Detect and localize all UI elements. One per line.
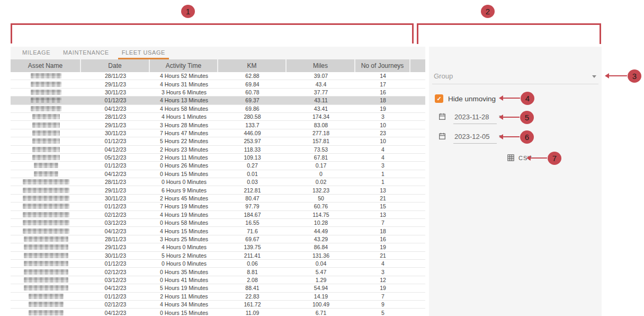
cell-date: 03/12/23: [81, 276, 150, 284]
cell-journeys: 4: [355, 154, 410, 161]
annotation-arrow-6: [503, 136, 520, 137]
redacted-asset-name: [23, 212, 69, 217]
cell-date: 01/12/23: [81, 293, 150, 300]
annotation-marker-3: 3: [628, 69, 641, 83]
cell-asset-name: [11, 243, 81, 251]
cell-miles: 0.04: [287, 260, 355, 267]
cell-date: 29/11/23: [81, 243, 150, 251]
cell-km: 2.08: [218, 276, 287, 284]
date-from-value: 2023-11-28: [454, 113, 493, 121]
cell-activity-time: 2 Hours 11 Minutes: [150, 154, 218, 161]
column-header: Asset Name: [11, 59, 81, 72]
cell-date: 01/12/23: [81, 96, 150, 104]
cell-km: 62.88: [218, 72, 287, 80]
cell-miles: 277.18: [287, 129, 355, 137]
cell-journeys: 15: [355, 203, 410, 210]
table-row[interactable]: 04/12/230 Hours 15 Minutes0.0101: [11, 170, 425, 178]
cell-stub: [410, 89, 425, 96]
table-row[interactable]: 01/12/237 Hours 19 Minutes97.7960.7615: [11, 203, 425, 210]
hide-unmoving-toggle[interactable]: ✓ Hide unmoving: [435, 94, 496, 103]
cell-km: 11.09: [218, 309, 287, 316]
column-header: Activity Time: [150, 59, 218, 72]
cell-activity-time: 0 Hours 58 Minutes: [150, 219, 218, 226]
cell-date: 03/12/23: [81, 219, 150, 226]
table-row[interactable]: 04/12/235 Hours 19 Minutes88.4154.9419: [11, 284, 425, 292]
cell-activity-time: 2 Hours 11 Minutes: [150, 293, 218, 300]
group-dropdown-placeholder: Group: [434, 72, 453, 80]
cell-miles: 43.11: [287, 96, 355, 104]
tab-maintenance[interactable]: MAINTENANCE: [59, 47, 113, 59]
table-row[interactable]: 05/12/232 Hours 11 Minutes109.1367.814: [11, 154, 425, 162]
redacted-asset-name: [24, 269, 68, 275]
tab-mileage[interactable]: MILEAGE: [19, 47, 54, 59]
cell-activity-time: 4 Hours 1 Minutes: [150, 113, 218, 120]
tab-fleet-usage[interactable]: FLEET USAGE: [118, 47, 169, 59]
redacted-asset-name: [29, 294, 64, 299]
checkbox-checked-icon[interactable]: ✓: [435, 94, 443, 103]
table-row[interactable]: 28/11/230 Hours 0 Minutes0.030.021: [11, 178, 425, 186]
redacted-asset-name: [32, 147, 60, 152]
date-from-picker[interactable]: 2023-11-28: [438, 112, 503, 121]
cell-activity-time: 4 Hours 15 Minutes: [150, 227, 218, 234]
table-row[interactable]: 30/11/233 Hours 6 Minutes60.7837.7716: [11, 89, 425, 96]
cell-km: 109.13: [218, 154, 287, 161]
annotation-marker-5: 5: [520, 111, 534, 124]
table-row[interactable]: 29/11/234 Hours 31 Minutes69.8443.417: [11, 80, 425, 88]
table-row[interactable]: 29/11/234 Hours 0 Minutes139.7586.8419: [11, 243, 425, 251]
cell-miles: 0.02: [287, 178, 355, 186]
cell-stub: [410, 121, 425, 128]
cell-activity-time: 3 Hours 25 Minutes: [150, 235, 218, 243]
table-row[interactable]: 02/12/234 Hours 19 Minutes184.67114.7513: [11, 211, 425, 219]
table-row[interactable]: 01/12/234 Hours 13 Minutes69.3743.1118: [11, 96, 425, 104]
cell-miles: 6.71: [287, 309, 355, 316]
table-row[interactable]: 02/12/234 Hours 34 Minutes161.72100.499: [11, 301, 425, 309]
cell-journeys: 3: [355, 113, 410, 120]
table-row[interactable]: 29/11/233 Hours 28 Minutes133.783.0810: [11, 121, 425, 129]
date-to-picker[interactable]: 2023-12-05: [438, 132, 503, 141]
table-row[interactable]: 03/12/230 Hours 58 Minutes16.5510.287: [11, 219, 425, 227]
table-row[interactable]: 01/12/232 Hours 11 Minutes22.8314.197: [11, 293, 425, 301]
cell-asset-name: [11, 80, 81, 87]
date-to-value: 2023-12-05: [454, 133, 493, 141]
table-row[interactable]: 28/11/234 Hours 52 Minutes62.8839.0714: [11, 72, 425, 80]
cell-km: 69.84: [218, 80, 287, 87]
table-row[interactable]: 04/12/234 Hours 15 Minutes71.644.4918: [11, 227, 425, 235]
table-row[interactable]: 30/11/237 Hours 47 Minutes446.09277.1823: [11, 129, 425, 137]
table-row[interactable]: 28/11/233 Hours 25 Minutes69.6743.2916: [11, 235, 425, 243]
table-row[interactable]: 01/12/230 Hours 26 Minutes0.270.173: [11, 162, 425, 170]
table-row[interactable]: 30/11/232 Hours 45 Minutes80.475021: [11, 195, 425, 203]
cell-activity-time: 2 Hours 23 Minutes: [150, 146, 218, 153]
table-row[interactable]: 01/12/230 Hours 0 Minutes0.060.044: [11, 260, 425, 268]
table-row[interactable]: 04/12/230 Hours 15 Minutes11.096.715: [11, 309, 425, 316]
cell-date: 30/11/23: [81, 89, 150, 96]
cell-activity-time: 4 Hours 58 Minutes: [150, 105, 218, 112]
cell-miles: 14.19: [287, 293, 355, 300]
cell-date: 30/11/23: [81, 195, 150, 202]
tab-bar: MILEAGEMAINTENANCEFLEET USAGE: [11, 47, 425, 59]
cell-journeys: 5: [355, 309, 410, 316]
table-row[interactable]: 04/12/234 Hours 58 Minutes69.8643.4119: [11, 105, 425, 113]
table-row[interactable]: 02/12/230 Hours 35 Minutes8.815.473: [11, 268, 425, 276]
redacted-asset-name: [31, 98, 61, 103]
annotation-arrow-4: [503, 98, 520, 99]
cell-stub: [410, 211, 425, 218]
annotation-marker-1: 1: [181, 5, 195, 18]
table-row[interactable]: 28/11/234 Hours 1 Minutes280.58174.343: [11, 113, 425, 121]
table-row[interactable]: 03/12/230 Hours 41 Minutes2.081.2912: [11, 276, 425, 284]
cell-asset-name: [11, 121, 81, 128]
group-dropdown[interactable]: Group: [432, 69, 598, 84]
annotation-marker-4: 4: [521, 92, 534, 105]
table-row[interactable]: 04/12/232 Hours 23 Minutes118.3373.534: [11, 146, 425, 154]
table-row[interactable]: 30/11/235 Hours 2 Minutes211.41131.3621: [11, 252, 425, 260]
cell-miles: 37.77: [287, 89, 355, 96]
annotation-marker-2: 2: [481, 5, 495, 18]
cell-km: 0.06: [218, 260, 287, 267]
cell-km: 161.72: [218, 301, 287, 308]
cell-asset-name: [11, 284, 81, 292]
cell-asset-name: [11, 129, 81, 137]
cell-journeys: 16: [355, 89, 410, 96]
cell-asset-name: [11, 293, 81, 300]
table-row[interactable]: 29/11/236 Hours 9 Minutes212.81132.2313: [11, 186, 425, 194]
cell-km: 22.83: [218, 293, 287, 300]
table-row[interactable]: 01/12/235 Hours 22 Minutes253.97157.8110: [11, 137, 425, 145]
